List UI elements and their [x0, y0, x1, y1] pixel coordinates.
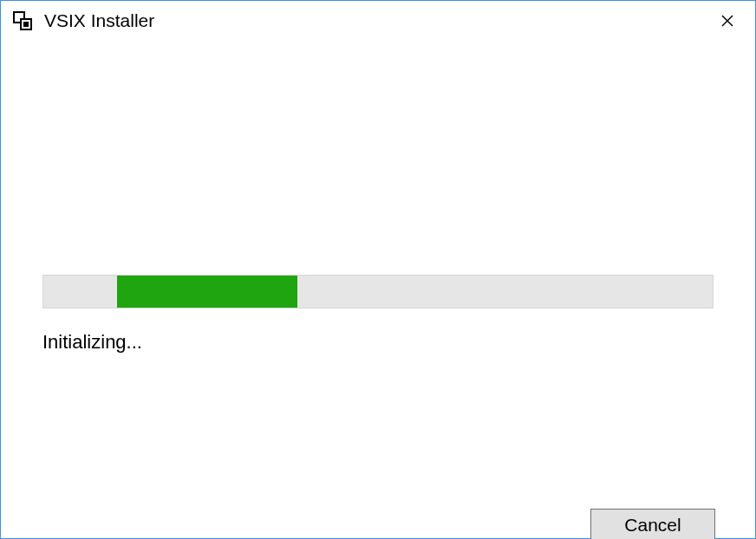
content-area: Initializing... — [1, 41, 755, 538]
button-row: Cancel — [590, 509, 715, 539]
close-button[interactable] — [708, 8, 746, 34]
window-title: VSIX Installer — [44, 10, 708, 31]
progress-bar — [42, 275, 714, 308]
app-icon — [13, 11, 32, 30]
progress-fill — [117, 276, 297, 308]
svg-rect-2 — [23, 22, 29, 27]
title-bar: VSIX Installer — [1, 1, 755, 41]
installer-window: VSIX Installer Initializing... Cancel — [0, 0, 756, 539]
close-icon — [720, 14, 734, 28]
cancel-button[interactable]: Cancel — [590, 509, 715, 539]
status-text: Initializing... — [42, 331, 714, 354]
